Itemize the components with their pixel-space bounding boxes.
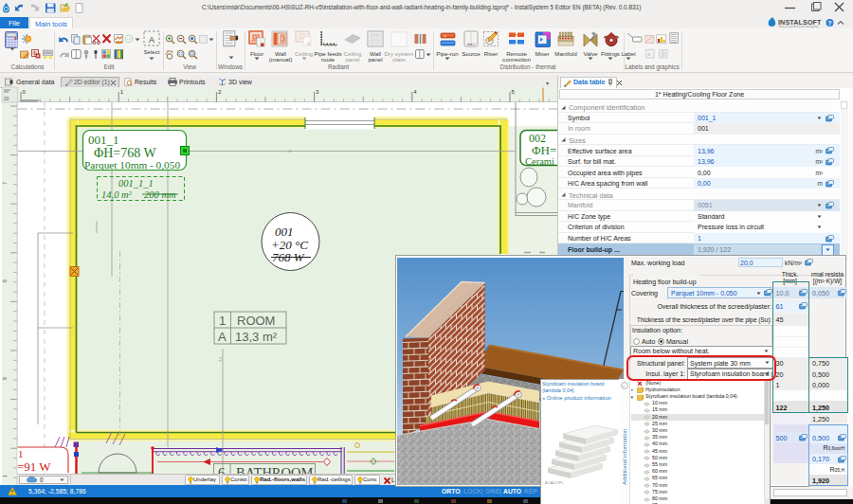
svg-text:20: 20	[4, 96, 9, 101]
svg-text:Additional information: Additional information	[621, 427, 627, 484]
svg-text:=91 W: =91 W	[17, 459, 51, 474]
svg-text:13,3 m²: 13,3 m²	[235, 330, 278, 344]
svg-text:9: 9	[2, 377, 8, 380]
svg-text:14,0 m²: 14,0 m²	[101, 189, 133, 200]
svg-text:Parquet 10mm - 0,050: Parquet 10mm - 0,050	[84, 159, 180, 171]
svg-text:Cerami: Cerami	[525, 156, 554, 167]
svg-text:1: 1	[219, 314, 226, 328]
svg-text:3.6: 3.6	[218, 356, 223, 362]
svg-text:001_1: 001_1	[88, 133, 119, 147]
svg-text:ROOM: ROOM	[237, 314, 275, 328]
svg-text:7: 7	[2, 182, 8, 185]
svg-text:1: 1	[2, 475, 8, 477]
svg-text:8: 8	[2, 279, 8, 282]
svg-text:A: A	[218, 330, 227, 344]
svg-text:001_1_1: 001_1_1	[118, 178, 154, 189]
svg-text:1: 1	[18, 448, 24, 459]
svg-text:ΦH=: ΦH=	[532, 143, 556, 157]
